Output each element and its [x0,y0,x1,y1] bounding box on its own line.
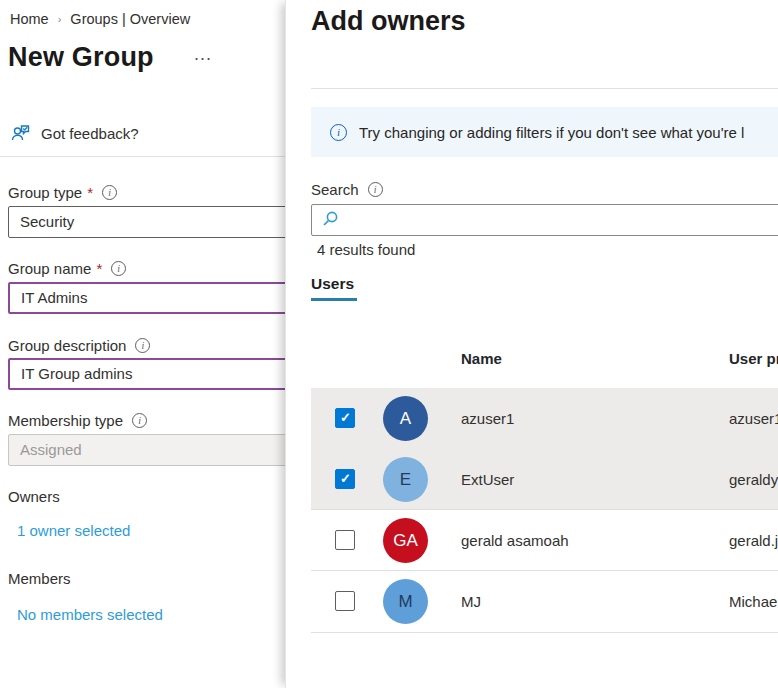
info-banner: i Try changing or adding filters if you … [311,107,778,157]
avatar: GA [383,518,428,563]
membership-type-select: Assigned [8,434,285,466]
group-name-input[interactable]: IT Admins [8,282,285,314]
search-label: Search i [311,181,383,198]
group-description-label: Group description * i [8,337,150,354]
search-input[interactable] [347,207,778,233]
info-icon[interactable]: i [368,182,383,197]
row-divider [311,509,778,510]
page-title: New Group [8,42,154,73]
results-count: 4 results found [317,241,415,258]
table-row[interactable]: GA gerald asamoah gerald.j [311,510,778,571]
breadcrumb: Home › Groups | Overview [10,11,190,27]
row-checkbox[interactable] [335,469,355,489]
row-checkbox[interactable] [335,408,355,428]
breadcrumb-groups-overview[interactable]: Groups | Overview [70,11,190,27]
group-type-label: Group type * i [8,184,117,201]
column-header-upn: User pr [729,350,778,367]
required-asterisk: * [96,260,102,277]
members-selected-link[interactable]: No members selected [17,606,163,623]
new-group-blade: Home › Groups | Overview New Group ... G… [0,0,285,688]
table-row[interactable]: M MJ Michae [311,571,778,632]
info-banner-text: Try changing or adding filters if you do… [359,124,744,141]
avatar: M [383,579,428,624]
avatar: A [383,396,428,441]
user-name: gerald asamoah [461,510,569,571]
info-icon[interactable]: i [132,413,147,428]
owners-label: Owners [8,488,60,505]
panel-title: Add owners [311,6,466,37]
info-icon[interactable]: i [135,338,150,353]
row-divider [311,632,778,633]
table-row[interactable]: E ExtUser geraldy [311,449,778,510]
search-box [311,204,778,236]
user-principal-name: Michae [729,571,777,632]
group-name-label: Group name * i [8,260,126,277]
group-type-select[interactable]: Security [8,206,285,238]
tab-underline [311,298,357,301]
feedback-icon [10,123,31,143]
user-principal-name: geraldy [729,449,778,510]
info-icon[interactable]: i [111,261,126,276]
table-row[interactable]: A azuser1 azuser1 [311,388,778,449]
add-owners-panel: Add owners i Try changing or adding filt… [285,0,778,688]
user-principal-name: gerald.j [729,510,778,571]
members-label: Members [8,570,71,587]
chevron-right-icon: › [58,14,62,25]
info-icon[interactable]: i [102,185,117,200]
column-header-name: Name [461,350,502,367]
divider [0,156,285,157]
user-name: MJ [461,571,481,632]
row-divider [311,570,778,571]
search-icon [322,210,339,231]
user-principal-name: azuser1 [729,388,778,449]
user-name: azuser1 [461,388,514,449]
feedback-label: Got feedback? [41,125,139,142]
breadcrumb-home[interactable]: Home [10,11,49,27]
tab-users[interactable]: Users [311,275,354,293]
row-checkbox[interactable] [335,591,355,611]
more-button[interactable]: ... [194,44,212,65]
membership-type-label: Membership type * i [8,412,147,429]
avatar: E [383,457,428,502]
owners-selected-link[interactable]: 1 owner selected [17,522,130,539]
group-description-input[interactable]: IT Group admins [8,358,285,390]
info-icon: i [330,124,347,141]
required-asterisk: * [87,184,93,201]
row-checkbox[interactable] [335,530,355,550]
feedback-button[interactable]: Got feedback? [10,123,139,143]
user-name: ExtUser [461,449,514,510]
divider [311,88,778,89]
